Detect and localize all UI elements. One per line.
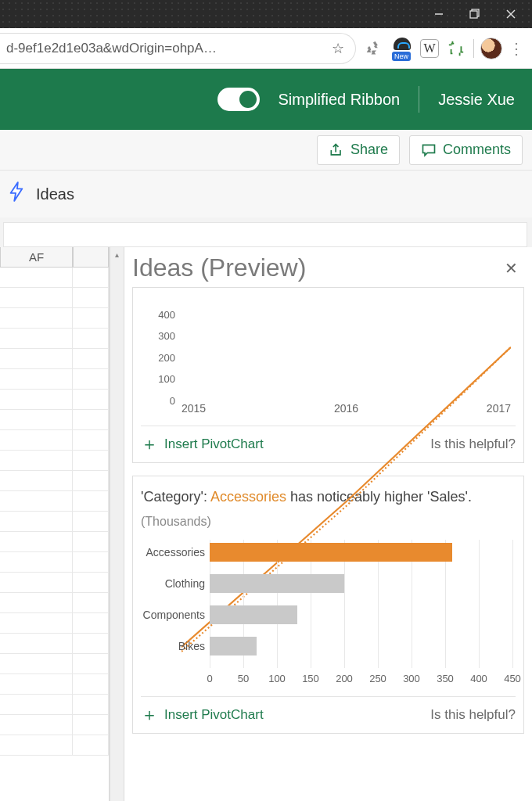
plus-icon: ＋ (141, 433, 158, 456)
extension-new-icon[interactable]: New (390, 38, 414, 59)
window-titlebar (0, 0, 532, 28)
scroll-up-icon[interactable]: ▴ (110, 247, 124, 261)
svg-rect-2 (470, 11, 477, 18)
ideas-panel: › Ideas (Preview) ✕ 0100200300400 201520… (124, 247, 532, 801)
window-close-button[interactable] (493, 0, 529, 28)
simplified-ribbon-toggle[interactable] (217, 88, 260, 111)
column-header-af[interactable]: AF (0, 247, 73, 268)
excel-ribbon: Simplified Ribbon Jessie Xue (0, 69, 532, 130)
plus-icon: ＋ (141, 703, 158, 727)
column-header-next[interactable] (73, 247, 109, 268)
ideas-label: Ideas (36, 185, 74, 203)
close-panel-icon[interactable]: ✕ (505, 259, 518, 278)
window-maximize-button[interactable] (457, 0, 493, 28)
svg-rect-5 (451, 43, 462, 53)
line-chart: 0100200300400 201520162017 (158, 293, 511, 418)
idea-card-line: 0100200300400 201520162017 ＋ Insert Pivo… (132, 287, 524, 463)
formula-bar-region[interactable] (3, 222, 527, 247)
column-headers[interactable]: AF (0, 247, 109, 268)
address-text: d-9ef1e2d1e03a&wdOrigin=ohpA… (6, 41, 217, 56)
grid-rows[interactable] (0, 268, 109, 801)
profile-avatar[interactable] (480, 38, 502, 59)
share-button[interactable]: Share (317, 135, 400, 165)
simplified-ribbon-label: Simplified Ribbon (279, 91, 401, 109)
vertical-scrollbar[interactable]: ▴ (110, 247, 124, 801)
ideas-ribbon-button[interactable]: Ideas (0, 171, 532, 217)
comments-button[interactable]: Comments (409, 135, 523, 165)
bar-chart: 050100150200250300350400450 AccessoriesC… (141, 540, 516, 688)
browser-menu-icon[interactable]: ⋮ (509, 39, 524, 58)
comments-label: Comments (443, 142, 511, 158)
screenshot-icon[interactable] (445, 38, 467, 59)
bookmark-star-icon[interactable]: ☆ (332, 40, 344, 57)
window-minimize-button[interactable] (421, 0, 457, 28)
ideas-panel-title: Ideas (Preview) (132, 253, 306, 282)
address-bar[interactable]: d-9ef1e2d1e03a&wdOrigin=ohpA… ☆ (0, 33, 356, 64)
separator (419, 86, 419, 113)
wikipedia-icon[interactable]: W (420, 39, 439, 58)
spreadsheet-grid[interactable]: AF (0, 247, 110, 801)
share-label: Share (350, 142, 388, 158)
recycle-icon[interactable] (362, 38, 384, 59)
lightning-icon (8, 181, 25, 208)
new-badge: New (392, 52, 411, 61)
account-name[interactable]: Jessie Xue (438, 91, 515, 109)
separator (473, 39, 474, 58)
ideas-panel-body[interactable]: 0100200300400 201520162017 ＋ Insert Pivo… (124, 286, 532, 801)
action-row: Share Comments (0, 130, 532, 171)
work-area: AF ▴ › Ideas (Preview) ✕ 0100200300400 2… (0, 247, 532, 801)
browser-toolbar: d-9ef1e2d1e03a&wdOrigin=ohpA… ☆ New W ⋮ (0, 28, 532, 69)
